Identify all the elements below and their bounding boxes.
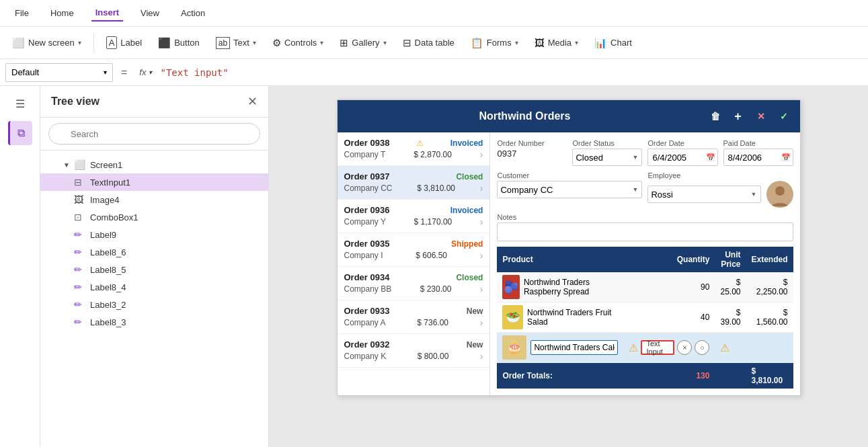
- order-item-0936[interactable]: Order 0936 Invoiced Company Y $ 1,170.00…: [338, 200, 490, 233]
- employee-avatar: [766, 181, 793, 208]
- order-item-0932[interactable]: Order 0932 New Company K $ 800.00 ›: [338, 334, 490, 368]
- tree-item-textinput1[interactable]: ⊟ TextInput1: [40, 173, 268, 191]
- order-status-label: Order Status: [572, 139, 642, 147]
- gallery-button[interactable]: ⊞ Gallery ▾: [333, 33, 393, 53]
- controls-button[interactable]: ⚙ Controls ▾: [266, 33, 330, 53]
- tree-item-label8-6[interactable]: ✏ Label8_6: [40, 243, 268, 261]
- nw-order-list-scroll[interactable]: Order 0938 ⚠ Invoiced Company T $ 2,870.…: [338, 132, 490, 368]
- controls-icon: ⚙: [272, 37, 281, 49]
- tree-item-label3-2[interactable]: ✏ Label3_2: [40, 296, 268, 313]
- product-cell-2: 🥗 Northwind Traders Fruit Salad: [497, 302, 623, 333]
- totals-row: Order Totals: 130 $ 3,810.00: [497, 363, 793, 389]
- northwind-app: Northwind Orders 🗑 + ✕ ✓ Order 0: [337, 99, 801, 396]
- menu-bar: File Home Insert View Action: [0, 0, 868, 27]
- data-table-button[interactable]: ⊟ Data table: [396, 33, 461, 53]
- forms-icon: 📋: [471, 37, 483, 49]
- customer-select[interactable]: Company CC: [497, 181, 642, 198]
- combobox-icon: ⊡: [74, 212, 86, 222]
- order-arrow-0938: ›: [480, 149, 483, 160]
- product-name-input[interactable]: [530, 340, 618, 355]
- col-quantity: Quantity: [623, 247, 715, 272]
- text-button[interactable]: ab Text ▾: [209, 33, 263, 53]
- image-icon: 🖼: [74, 194, 86, 205]
- sidebar: ☰ ⧉: [0, 86, 40, 447]
- price-cell-1: $ 25.00: [715, 272, 746, 302]
- circle-btn-1[interactable]: ×: [677, 340, 692, 355]
- nw-title: Northwind Orders: [344, 110, 706, 122]
- order-item-0934[interactable]: Order 0934 Closed Company BB $ 230.00 ›: [338, 267, 490, 300]
- col-unitprice: Unit Price: [715, 247, 746, 272]
- order-amount-0938: $ 2,870.00: [413, 150, 452, 159]
- button-button[interactable]: ⬛ Button: [151, 33, 206, 53]
- order-item-0933[interactable]: Order 0933 New Company A $ 736.00 ›: [338, 300, 490, 334]
- tree-header: Tree view ✕: [40, 86, 268, 118]
- nw-fields-row1: Order Number 0937 Order Status Closed: [497, 139, 793, 166]
- button-icon: ⬛: [158, 37, 171, 49]
- chart-button[interactable]: 📊 Chart: [588, 33, 639, 53]
- table-row-editing: 🎂 ⚠ Text Input ×: [497, 333, 793, 363]
- nw-check-button[interactable]: ✓: [775, 107, 793, 126]
- product-thumb-1: 🫐: [502, 275, 519, 299]
- price-cell-2: $ 39.00: [715, 302, 746, 333]
- tree-item-label9[interactable]: ✏ Label9: [40, 226, 268, 243]
- formula-value[interactable]: "Text input": [160, 67, 228, 78]
- search-input[interactable]: [48, 123, 260, 145]
- customer-label: Customer: [497, 171, 642, 179]
- media-button[interactable]: 🖼 Media ▾: [528, 33, 585, 52]
- label-button[interactable]: A Label: [100, 32, 149, 53]
- qty-cell-1: 90: [623, 272, 715, 302]
- extended-cell-3: [746, 333, 793, 363]
- fx-label: fx: [139, 67, 146, 77]
- order-status-0933: New: [467, 307, 483, 316]
- tree-item-image4[interactable]: 🖼 Image4: [40, 191, 268, 208]
- search-wrap: 🔍: [48, 123, 260, 145]
- product-thumb-3: 🎂: [502, 335, 526, 360]
- order-item-0935[interactable]: Order 0935 Shipped Company I $ 606.50 ›: [338, 233, 490, 267]
- notes-input[interactable]: [497, 222, 793, 241]
- action-icons: × ○: [677, 340, 709, 355]
- order-status-select[interactable]: Closed: [572, 149, 642, 166]
- order-status-select-wrap: Closed: [572, 149, 642, 166]
- formula-dropdown[interactable]: Default ▾: [5, 63, 113, 82]
- formula-equals: =: [117, 67, 131, 79]
- media-icon: 🖼: [535, 37, 545, 48]
- menu-view[interactable]: View: [136, 5, 163, 21]
- tree-item-label8-4[interactable]: ✏ Label8_4: [40, 278, 268, 296]
- order-arrow-0933: ›: [480, 317, 483, 328]
- nw-close-button[interactable]: ✕: [752, 107, 771, 126]
- customer-select-wrap: Company CC: [497, 181, 642, 198]
- menu-file[interactable]: File: [11, 5, 33, 21]
- label-icon3: ✏: [74, 247, 86, 257]
- order-item-0937[interactable]: Order 0937 Closed Company CC $ 3,810.00 …: [338, 166, 490, 200]
- order-company-0937: Company CC: [344, 184, 393, 193]
- table-row: 🥗 Northwind Traders Fruit Salad 40 $ 39.…: [497, 302, 793, 333]
- tree-item-screen1[interactable]: ▼ ⬜ Screen1: [40, 156, 268, 173]
- menu-action[interactable]: Action: [177, 5, 209, 21]
- tree-panel: Tree view ✕ 🔍 ▼ ⬜ Screen1 ⊟ TextInput1: [40, 86, 269, 447]
- nw-header-right-actions: 🗑 + ✕ ✓: [706, 107, 793, 126]
- order-status-0937: Closed: [456, 172, 483, 181]
- text-input-mock[interactable]: Text Input: [641, 340, 674, 355]
- sidebar-menu-icon[interactable]: ☰: [8, 91, 32, 116]
- new-screen-button[interactable]: ⬜ New screen ▾: [5, 33, 88, 53]
- calendar-icon2[interactable]: 📅: [781, 153, 791, 162]
- screen-icon: ⬜: [74, 159, 86, 170]
- order-item-0938[interactable]: Order 0938 ⚠ Invoiced Company T $ 2,870.…: [338, 132, 490, 166]
- forms-button[interactable]: 📋 Forms ▾: [464, 33, 525, 53]
- tree-item-combobox1[interactable]: ⊡ ComboBox1: [40, 208, 268, 226]
- employee-select[interactable]: Rossi: [647, 186, 760, 203]
- tree-item-label8-5[interactable]: ✏ Label8_5: [40, 261, 268, 278]
- nw-add-button[interactable]: +: [729, 107, 748, 126]
- circle-btn-2[interactable]: ○: [695, 340, 709, 355]
- tree-close-button[interactable]: ✕: [247, 94, 258, 109]
- employee-row: Rossi: [647, 181, 793, 208]
- nw-trash-button[interactable]: 🗑: [706, 107, 725, 126]
- customer-field: Customer Company CC: [497, 171, 642, 208]
- order-date-label: Order Date: [647, 139, 717, 147]
- sidebar-layers-icon[interactable]: ⧉: [8, 121, 32, 145]
- canvas-area: Northwind Orders 🗑 + ✕ ✓ Order 0: [269, 86, 868, 447]
- menu-home[interactable]: Home: [46, 5, 78, 21]
- calendar-icon[interactable]: 📅: [706, 153, 715, 162]
- tree-item-label8-3[interactable]: ✏ Label8_3: [40, 313, 268, 331]
- menu-insert[interactable]: Insert: [91, 5, 123, 22]
